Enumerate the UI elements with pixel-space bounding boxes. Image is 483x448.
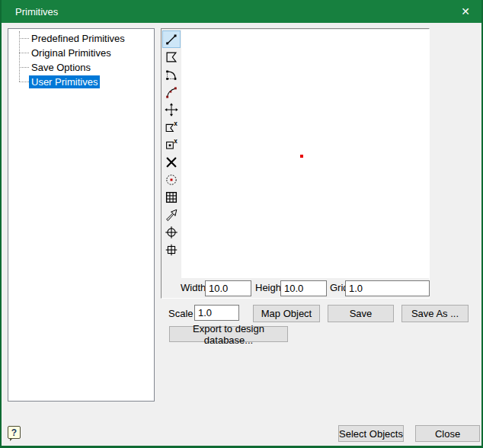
- polygon-tool[interactable]: [162, 48, 181, 66]
- primitives-tree-panel[interactable]: Predefined PrimitivesOriginal Primitives…: [8, 28, 155, 402]
- delete-polygon-tool[interactable]: x: [162, 118, 181, 136]
- sidebar-item-predefined-primitives[interactable]: Predefined Primitives: [8, 31, 154, 46]
- tree-connector: [19, 38, 29, 39]
- line-tool[interactable]: [162, 30, 181, 48]
- origin-point-marker: [300, 155, 303, 158]
- delete-tool[interactable]: [162, 153, 181, 171]
- close-button[interactable]: Close: [415, 425, 480, 442]
- width-label: Width: [181, 282, 206, 294]
- export-to-design-database-button[interactable]: Export to design database...: [169, 326, 288, 342]
- sidebar-item-label: User Primitives: [29, 75, 100, 88]
- grid-input[interactable]: [345, 280, 430, 296]
- scale-label: Scale: [168, 308, 194, 320]
- titlebar[interactable]: Primitives ✕: [0, 0, 483, 23]
- sidebar-item-save-options[interactable]: Save Options: [8, 60, 154, 75]
- sidebar-item-user-primitives[interactable]: User Primitives: [8, 75, 154, 89]
- sidebar-item-label: Predefined Primitives: [29, 32, 127, 45]
- help-icon[interactable]: ?: [8, 426, 21, 439]
- close-icon[interactable]: ✕: [448, 0, 483, 23]
- tree-connector: [19, 67, 29, 68]
- svg-text:x: x: [174, 137, 178, 144]
- move-tool[interactable]: [162, 101, 181, 118]
- drawing-canvas[interactable]: [181, 30, 430, 278]
- primitives-dialog: Primitives ✕ Predefined PrimitivesOrigin…: [0, 0, 483, 448]
- spline-tool[interactable]: [162, 83, 181, 101]
- svg-text:x: x: [174, 120, 178, 126]
- sidebar-item-label: Original Primitives: [29, 46, 114, 59]
- tree-connector: [19, 53, 29, 53]
- window-title: Primitives: [0, 6, 58, 18]
- sidebar-item-label: Save Options: [29, 61, 93, 74]
- tree-connector: [19, 82, 29, 82]
- height-input[interactable]: [280, 280, 327, 296]
- circle-tool[interactable]: [162, 171, 181, 188]
- arc-tool[interactable]: [162, 66, 181, 83]
- primitives-tree: Predefined PrimitivesOriginal Primitives…: [8, 29, 154, 89]
- width-input[interactable]: [205, 280, 251, 296]
- circle-marker-tool[interactable]: [162, 223, 181, 241]
- grid-tool[interactable]: [162, 188, 181, 206]
- delete-vertex-tool[interactable]: x: [162, 136, 181, 153]
- height-label: Height: [255, 282, 284, 294]
- sidebar-item-original-primitives[interactable]: Original Primitives: [8, 46, 154, 60]
- save-as-button[interactable]: Save As ...: [401, 305, 469, 322]
- drawing-toolbar: xx: [162, 29, 181, 278]
- select-arrow-tool[interactable]: [162, 206, 181, 223]
- save-button[interactable]: Save: [328, 305, 394, 322]
- square-marker-tool[interactable]: [162, 241, 181, 258]
- map-object-button[interactable]: Map Object: [253, 305, 320, 322]
- scale-input[interactable]: [194, 305, 239, 321]
- select-objects-button[interactable]: Select Objects: [338, 425, 404, 442]
